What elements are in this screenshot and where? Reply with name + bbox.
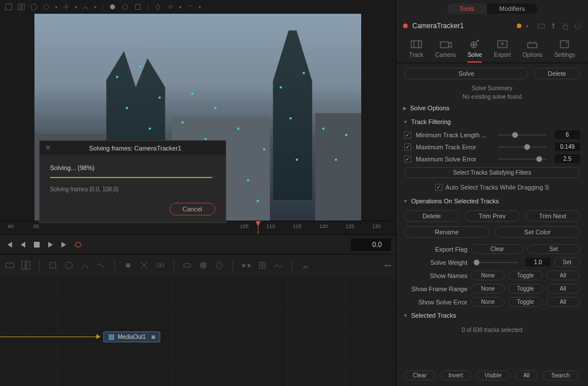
- max-track-err-slider[interactable]: [498, 146, 547, 148]
- section-track-filtering[interactable]: ▼Track Filtering: [396, 115, 588, 129]
- reset-icon[interactable]: [574, 22, 581, 30]
- node-name: CameraTracker1: [412, 22, 512, 30]
- frame-none-button[interactable]: None: [471, 284, 505, 294]
- tool-icon[interactable]: [21, 260, 31, 271]
- pin-icon[interactable]: [550, 22, 557, 30]
- all-selection-button[interactable]: All: [514, 370, 538, 380]
- search-button[interactable]: Search: [543, 370, 578, 380]
- tool-icon[interactable]: [121, 3, 129, 11]
- tool-icon[interactable]: [154, 3, 162, 11]
- tab-export[interactable]: Export: [494, 39, 510, 63]
- op-delete-button[interactable]: Delete: [404, 210, 459, 222]
- first-frame-button[interactable]: [5, 240, 14, 249]
- close-icon[interactable]: ✕: [45, 144, 51, 152]
- tool-icon[interactable]: [155, 260, 165, 271]
- select-satisfying-button[interactable]: Select Tracks Satisfying Filters: [404, 167, 580, 178]
- play-button[interactable]: [46, 240, 55, 249]
- max-solve-err-slider[interactable]: [498, 159, 547, 160]
- tool-icon[interactable]: [300, 260, 311, 271]
- tool-icon[interactable]: [96, 260, 106, 271]
- invert-selection-button[interactable]: Invert: [440, 370, 471, 380]
- tool-icon[interactable]: [214, 260, 225, 271]
- tool-icon[interactable]: [186, 3, 194, 11]
- delete-button[interactable]: Delete: [534, 68, 580, 79]
- set-weight-button[interactable]: Set: [554, 257, 580, 267]
- solve-weight-value[interactable]: 1.0: [525, 258, 551, 267]
- names-none-button[interactable]: None: [471, 271, 505, 280]
- solve-button[interactable]: Solve: [404, 68, 528, 79]
- max-solve-err-value[interactable]: 2.5: [555, 155, 580, 163]
- tool-icon[interactable]: [123, 260, 133, 271]
- node-toolbar: •••: [0, 254, 396, 276]
- tool-icon[interactable]: [109, 3, 117, 11]
- tool-icon[interactable]: [5, 3, 13, 11]
- max-track-err-value[interactable]: 0.149: [555, 142, 580, 151]
- tool-icon[interactable]: [80, 260, 90, 271]
- min-length-checkbox[interactable]: [404, 132, 411, 138]
- clear-selection-button[interactable]: Clear: [404, 370, 435, 380]
- tab-options[interactable]: Options: [523, 39, 542, 63]
- solve-err-toggle-button[interactable]: Toggle: [508, 297, 542, 307]
- op-rename-button[interactable]: Rename: [404, 226, 489, 238]
- tool-icon[interactable]: [167, 3, 175, 11]
- tool-icon[interactable]: [64, 260, 74, 271]
- solve-weight-slider[interactable]: [474, 262, 519, 263]
- node-graph[interactable]: MediaOut1: [0, 276, 396, 386]
- overflow-menu[interactable]: •••: [384, 262, 391, 269]
- section-selected-tracks[interactable]: ▼Selected Tracks: [396, 308, 588, 322]
- max-solve-err-checkbox[interactable]: [404, 156, 411, 163]
- svg-rect-11: [26, 261, 30, 269]
- solve-err-all-button[interactable]: All: [546, 297, 580, 307]
- tool-icon[interactable]: [257, 260, 268, 271]
- op-trim-prev-button[interactable]: Trim Prev: [465, 210, 519, 222]
- lock-icon[interactable]: [562, 22, 569, 30]
- svg-rect-30: [560, 41, 568, 48]
- section-operations[interactable]: ▼Operations On Selected Tracks: [396, 194, 588, 208]
- tool-icon[interactable]: [198, 260, 208, 271]
- tab-track[interactable]: Track: [409, 39, 423, 63]
- tool-icon[interactable]: [273, 260, 284, 271]
- frame-toggle-button[interactable]: Toggle: [508, 284, 542, 294]
- op-trim-next-button[interactable]: Trim Next: [525, 210, 580, 222]
- stop-button[interactable]: [32, 240, 41, 249]
- section-solve-options[interactable]: ▶Solve Options: [396, 101, 588, 115]
- set-flag-button[interactable]: Set: [527, 244, 580, 254]
- tab-camera[interactable]: Camera: [435, 39, 456, 63]
- current-frame[interactable]: 0.0: [351, 238, 391, 251]
- tool-icon[interactable]: [30, 3, 38, 11]
- tool-icon[interactable]: [42, 3, 51, 11]
- max-track-err-checkbox[interactable]: [404, 144, 411, 150]
- visible-selection-button[interactable]: Visible: [476, 370, 510, 380]
- tab-settings[interactable]: Settings: [554, 39, 575, 63]
- min-length-slider[interactable]: [498, 134, 547, 136]
- tool-icon[interactable]: [134, 3, 142, 11]
- min-length-value[interactable]: 6: [555, 130, 580, 139]
- op-set-color-button[interactable]: Set Color: [495, 226, 580, 238]
- play-reverse-button[interactable]: [18, 240, 28, 249]
- names-all-button[interactable]: All: [546, 271, 580, 280]
- tool-icon[interactable]: [17, 3, 25, 11]
- tool-icon[interactable]: [182, 260, 192, 271]
- svg-rect-29: [528, 43, 537, 48]
- loop-button[interactable]: [74, 240, 83, 249]
- tool-icon[interactable]: [241, 260, 252, 271]
- names-toggle-button[interactable]: Toggle: [508, 271, 542, 280]
- frame-all-button[interactable]: All: [546, 284, 580, 294]
- tool-icon[interactable]: [139, 260, 149, 271]
- clear-flag-button[interactable]: Clear: [471, 244, 524, 254]
- solve-err-none-button[interactable]: None: [471, 297, 505, 307]
- tool-icon[interactable]: [62, 3, 70, 11]
- tool-icon[interactable]: [48, 260, 58, 271]
- auto-select-checkbox[interactable]: [435, 184, 442, 191]
- playhead[interactable]: [258, 221, 258, 234]
- tab-solve[interactable]: Solve: [467, 39, 482, 63]
- last-frame-button[interactable]: [60, 240, 69, 249]
- tool-icon[interactable]: [5, 260, 15, 271]
- tab-modifiers[interactable]: Modifiers: [487, 3, 538, 14]
- tab-tools[interactable]: Tools: [447, 3, 487, 14]
- viewer-icon[interactable]: [537, 22, 545, 30]
- media-out-node[interactable]: MediaOut1: [103, 331, 160, 342]
- cancel-button[interactable]: Cancel: [169, 203, 215, 215]
- svg-rect-22: [109, 334, 114, 340]
- tool-icon[interactable]: [82, 3, 90, 11]
